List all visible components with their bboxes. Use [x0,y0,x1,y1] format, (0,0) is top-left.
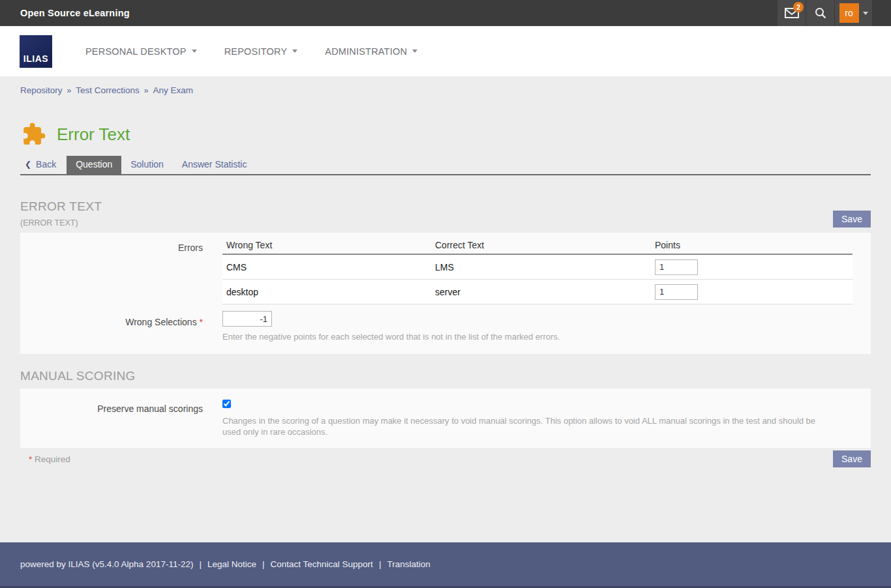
tab-answer-statistic[interactable]: Answer Statistic [173,156,256,174]
footer-link-translation[interactable]: Translation [387,559,430,569]
chevron-down-icon [412,50,417,53]
correct-text-value: LMS [431,262,651,272]
topbar: Open Source eLearning 2 ro [0,0,891,26]
chevron-down-icon [863,12,868,15]
main-header: ILIAS PERSONAL DESKTOP REPOSITORY ADMINI… [0,26,891,76]
breadcrumb-any-exam[interactable]: Any Exam [153,85,193,95]
required-note: * Required [20,454,70,464]
save-button-top[interactable]: Save [833,211,871,228]
errors-table: Wrong Text Correct Text Points CMS LMS d… [222,237,853,304]
nav-administration[interactable]: ADMINISTRATION [311,40,431,63]
footer-separator: | [379,559,382,569]
save-button-bottom[interactable]: Save [833,450,871,467]
table-row: desktop server [222,280,853,304]
mail-button[interactable]: 2 [777,0,806,26]
nav-label: ADMINISTRATION [325,46,407,57]
required-asterisk: * [200,317,203,327]
footer-link-contact-support[interactable]: Contact Technical Support [271,559,373,569]
errors-label: Errors [20,237,222,304]
tab-bar: ❮ Back Question Solution Answer Statisti… [20,156,871,175]
main-nav: PERSONAL DESKTOP REPOSITORY ADMINISTRATI… [72,40,431,63]
col-points: Points [651,240,853,250]
mail-count-badge: 2 [793,2,804,12]
errors-table-header: Wrong Text Correct Text Points [222,237,853,255]
required-label: Required [35,454,70,464]
wrong-text-value: CMS [222,262,431,272]
wrong-selections-help: Enter the negative points for each selec… [222,331,826,342]
topbar-actions: 2 ro [777,0,872,26]
breadcrumb: Repository»Test Corrections»Any Exam [0,76,891,102]
form-actions-row: * Required Save [20,450,871,467]
errors-row: Errors Wrong Text Correct Text Points CM… [20,237,862,304]
table-row: CMS LMS [222,255,853,280]
error-text-form-header: ERROR TEXT (ERROR TEXT) Save [20,199,871,228]
nav-personal-desktop[interactable]: PERSONAL DESKTOP [72,40,211,63]
breadcrumb-test-corrections[interactable]: Test Corrections [76,85,140,95]
correct-text-value: server [431,287,651,297]
nav-label: REPOSITORY [224,46,288,57]
tab-question[interactable]: Question [67,156,121,174]
wrong-selections-row: Wrong Selections * Enter the negative po… [20,311,862,342]
user-menu-button[interactable]: ro [834,0,872,26]
main-content: Repository»Test Corrections»Any Exam Err… [0,76,891,542]
search-icon [815,7,826,19]
col-wrong-text: Wrong Text [222,240,431,250]
search-button[interactable] [806,0,834,26]
error-text-form-body: Errors Wrong Text Correct Text Points CM… [20,233,871,354]
page-title-row: Error Text [0,102,891,147]
footer-separator: | [262,559,265,569]
page-footer: powered by ILIAS (v5.4.0 Alpha 2017-11-2… [0,542,891,588]
footer-link-legal-notice[interactable]: Legal Notice [207,559,256,569]
ilias-logo[interactable]: ILIAS [20,35,52,68]
points-input-row1[interactable] [655,259,698,275]
col-correct-text: Correct Text [431,240,651,250]
app-title: Open Source eLearning [0,8,130,18]
wrong-text-value: desktop [222,287,431,297]
preserve-scorings-label: Preserve manual scorings [20,398,222,437]
user-avatar: ro [839,3,859,23]
tab-solution[interactable]: Solution [121,156,173,174]
nav-repository[interactable]: REPOSITORY [211,40,312,63]
powered-by-text: powered by ILIAS (v5.4.0 Alpha 2017-11-2… [20,559,193,569]
breadcrumb-separator: » [144,86,149,95]
back-label: Back [36,159,56,169]
wrong-selections-label: Wrong Selections * [20,311,222,342]
puzzle-icon [22,122,46,147]
manual-scoring-title: MANUAL SCORING [20,369,871,383]
page-title: Error Text [57,125,130,145]
manual-scoring-body: Preserve manual scorings Changes in the … [20,389,871,448]
chevron-left-icon: ❮ [25,160,31,169]
label-text: Wrong Selections [125,317,196,327]
form-title: ERROR TEXT [20,199,102,214]
tab-back[interactable]: ❮ Back [20,156,65,174]
footer-separator: | [199,559,202,569]
chevron-down-icon [192,50,197,53]
preserve-scorings-row: Preserve manual scorings Changes in the … [20,398,862,437]
preserve-scorings-help: Changes in the scoring of a question may… [222,415,826,437]
breadcrumb-repository[interactable]: Repository [20,85,63,95]
chevron-down-icon [292,50,297,53]
nav-label: PERSONAL DESKTOP [85,46,187,57]
preserve-scorings-checkbox[interactable] [222,400,231,408]
wrong-selections-input[interactable] [222,311,272,327]
points-input-row2[interactable] [655,284,698,300]
breadcrumb-separator: » [67,86,72,95]
form-subtitle: (ERROR TEXT) [20,218,102,228]
required-asterisk: * [29,454,32,464]
